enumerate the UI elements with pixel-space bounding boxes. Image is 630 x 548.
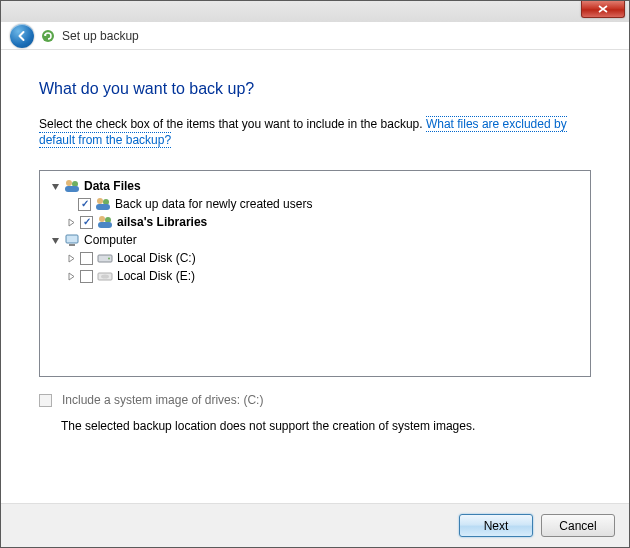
back-button[interactable] bbox=[10, 24, 34, 48]
titlebar bbox=[1, 1, 629, 22]
backup-tree[interactable]: Data Files Back up data for newly create… bbox=[39, 170, 591, 377]
svg-rect-3 bbox=[65, 186, 79, 192]
tree-node-disk-c[interactable]: Local Disk (C:) bbox=[42, 249, 588, 267]
expander-icon[interactable] bbox=[66, 253, 77, 264]
system-image-note: The selected backup location does not su… bbox=[61, 419, 591, 433]
tree-node-computer[interactable]: Computer bbox=[42, 231, 588, 249]
svg-rect-11 bbox=[69, 244, 75, 246]
users-icon bbox=[64, 178, 80, 194]
svg-point-4 bbox=[97, 198, 103, 204]
svg-point-15 bbox=[101, 275, 109, 279]
drive-icon bbox=[97, 250, 113, 266]
expander-icon[interactable] bbox=[66, 217, 77, 228]
node-label: Computer bbox=[84, 233, 137, 247]
svg-rect-6 bbox=[96, 204, 110, 210]
tree-node-libraries[interactable]: ailsa's Libraries bbox=[42, 213, 588, 231]
tree-node-new-users[interactable]: Back up data for newly created users bbox=[42, 195, 588, 213]
tree-node-data-files[interactable]: Data Files bbox=[42, 177, 588, 195]
content-area: What do you want to back up? Select the … bbox=[1, 50, 629, 433]
expander-icon[interactable] bbox=[50, 181, 61, 192]
system-image-label: Include a system image of drives: (C:) bbox=[62, 393, 263, 407]
system-image-checkbox bbox=[39, 394, 52, 407]
system-image-row: Include a system image of drives: (C:) bbox=[39, 393, 591, 407]
header-title: Set up backup bbox=[62, 29, 139, 43]
page-description: Select the check box of the items that y… bbox=[39, 116, 591, 148]
svg-rect-9 bbox=[98, 222, 112, 228]
wizard-window: Set up backup What do you want to back u… bbox=[0, 0, 630, 548]
expander-icon[interactable] bbox=[66, 271, 77, 282]
svg-rect-10 bbox=[66, 235, 78, 243]
users-icon bbox=[97, 214, 113, 230]
checkbox[interactable] bbox=[80, 252, 93, 265]
backup-icon bbox=[40, 28, 56, 44]
footer-bar: Next Cancel bbox=[1, 503, 629, 547]
node-label: Data Files bbox=[84, 179, 141, 193]
next-button[interactable]: Next bbox=[459, 514, 533, 537]
svg-point-1 bbox=[66, 180, 72, 186]
page-heading: What do you want to back up? bbox=[39, 80, 591, 98]
drive-icon bbox=[97, 268, 113, 284]
cancel-button[interactable]: Cancel bbox=[541, 514, 615, 537]
node-label: Local Disk (C:) bbox=[117, 251, 196, 265]
desc-text: Select the check box of the items that y… bbox=[39, 117, 426, 131]
expander-icon[interactable] bbox=[50, 235, 61, 246]
close-button[interactable] bbox=[581, 1, 625, 18]
tree-node-disk-e[interactable]: Local Disk (E:) bbox=[42, 267, 588, 285]
node-label: Local Disk (E:) bbox=[117, 269, 195, 283]
checkbox[interactable] bbox=[80, 216, 93, 229]
header-bar: Set up backup bbox=[1, 22, 629, 50]
node-label: Back up data for newly created users bbox=[115, 197, 312, 211]
computer-icon bbox=[64, 232, 80, 248]
svg-point-13 bbox=[108, 258, 110, 260]
svg-point-7 bbox=[99, 216, 105, 222]
checkbox[interactable] bbox=[80, 270, 93, 283]
checkbox[interactable] bbox=[78, 198, 91, 211]
users-icon bbox=[95, 196, 111, 212]
node-label: ailsa's Libraries bbox=[117, 215, 207, 229]
svg-point-0 bbox=[42, 30, 54, 42]
